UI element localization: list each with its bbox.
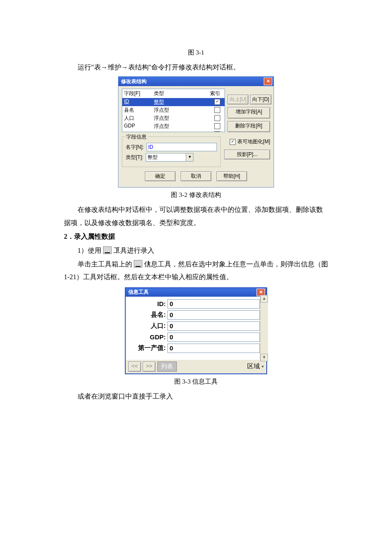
type-label: 类型[T]:	[126, 154, 143, 161]
dialog1-titlebar[interactable]: 修改表结构 ✕	[118, 77, 274, 86]
help-button[interactable]: 帮助[H]	[216, 171, 247, 181]
field-label: 第一产值:	[126, 344, 167, 352]
dialog2-title: 信息工具	[128, 289, 149, 296]
info-row: GDP:	[126, 332, 260, 343]
info-tool-dialog: 信息工具 ✕ ID: 县名: 人口: GDP:	[125, 287, 267, 374]
info-row: ID:	[126, 298, 260, 309]
paragraph-run-command: 运行"表→维护→表结构"命令打开修改表结构对话框。	[64, 61, 328, 74]
index-checkbox[interactable]	[214, 115, 220, 121]
cancel-button[interactable]: 取消	[181, 171, 211, 181]
list-row[interactable]: 人口 浮点型	[122, 114, 225, 122]
index-checkbox[interactable]	[214, 99, 220, 105]
listbox-header: 字段[F] 类型 索引	[122, 89, 225, 98]
paragraph-dialog-desc: 在修改表结构中对话框中，可以调整数据项在表中的位置、添加数据项、删除该数据项，以…	[64, 203, 328, 229]
heading-input-attribute-data: 2．录入属性数据	[64, 230, 328, 243]
index-checkbox[interactable]	[214, 123, 220, 129]
field-label: 县名:	[126, 311, 167, 319]
field-type-combo[interactable]: 整型 ▼	[146, 153, 193, 162]
index-checkbox[interactable]	[214, 107, 220, 113]
region-label: 区域	[247, 362, 260, 370]
mappable-label: 表可地图化[M]	[237, 138, 270, 145]
paragraph-click-tool: 单击主工具箱上的 i 信息工具，然后在选中对象上任意一点单击，则弹出信息（图 1…	[64, 258, 328, 284]
dialog1-title: 修改表结构	[121, 78, 147, 85]
add-field-button[interactable]: 增加字段[A]	[228, 107, 270, 119]
header-type: 类型	[154, 90, 184, 97]
scrollbar[interactable]: ▲ ▼	[260, 295, 268, 361]
figure-3-2-caption: 图 3-2 修改表结构	[64, 191, 328, 199]
info-row: 人口:	[126, 321, 260, 332]
dialog2-titlebar[interactable]: 信息工具 ✕	[126, 288, 266, 297]
population-input[interactable]	[167, 321, 260, 331]
county-name-input[interactable]	[167, 310, 260, 320]
field-name-input[interactable]	[147, 143, 217, 151]
header-index: 索引	[184, 90, 223, 97]
move-down-button[interactable]: 向下[D]	[250, 95, 271, 104]
scroll-up-icon[interactable]: ▲	[260, 295, 268, 303]
paragraph-use-tool: 1）使用 i 工具进行录入	[64, 244, 328, 257]
figure-3-1-caption: 图 3-1	[64, 49, 328, 57]
scroll-down-icon[interactable]: ▼	[260, 354, 268, 361]
index-checkbox[interactable]	[214, 131, 220, 132]
chevron-down-icon[interactable]: ▼	[186, 153, 193, 161]
chevron-down-icon[interactable]: ▾	[262, 364, 264, 369]
mappable-checkbox[interactable]	[230, 139, 236, 145]
field-label: GDP:	[126, 333, 167, 341]
group-title: 字段信息	[125, 133, 148, 141]
field-label: ID:	[126, 300, 167, 307]
field-listbox[interactable]: 字段[F] 类型 索引 ID 整型 县名 浮点型	[122, 89, 225, 132]
info-row: 第一产值:	[126, 343, 260, 354]
next-button[interactable]: >>	[143, 361, 156, 372]
list-button[interactable]: 列表	[157, 361, 177, 372]
ok-button[interactable]: 确定	[145, 171, 176, 181]
header-field: 字段[F]	[124, 90, 154, 97]
modify-table-structure-dialog: 修改表结构 ✕ 字段[F] 类型 索引 ID 整型 县名	[118, 76, 274, 188]
info-tool-icon: i	[103, 246, 112, 254]
delete-field-button[interactable]: 删除字段[R]	[228, 121, 270, 133]
info-row: 县名:	[126, 309, 260, 321]
list-row[interactable]: GDP 浮点型	[122, 122, 225, 130]
gdp-input[interactable]	[167, 332, 260, 342]
paragraph-manual-input: 或者在浏览窗口中直接手工录入	[64, 390, 328, 403]
list-row[interactable]: ID 整型	[122, 98, 225, 106]
id-input[interactable]	[167, 299, 260, 309]
figure-3-3-caption: 图 3-3 信息工具	[64, 378, 328, 386]
field-info-group: 字段信息 名字[N]: 类型[T]: 整型 ▼	[122, 136, 221, 167]
close-icon[interactable]: ✕	[264, 78, 272, 85]
list-row[interactable]: 第一产值 浮点型	[122, 130, 225, 132]
projection-button[interactable]: 投影[P]...	[224, 150, 270, 159]
list-row[interactable]: 县名 浮点型	[122, 106, 225, 114]
move-up-button[interactable]: 向上[U]	[228, 95, 248, 104]
prev-button[interactable]: <<	[128, 361, 141, 372]
name-label: 名字[N]:	[126, 144, 144, 151]
first-industry-input[interactable]	[167, 344, 260, 353]
field-label: 人口:	[126, 322, 167, 330]
info-tool-icon: i	[134, 260, 142, 268]
